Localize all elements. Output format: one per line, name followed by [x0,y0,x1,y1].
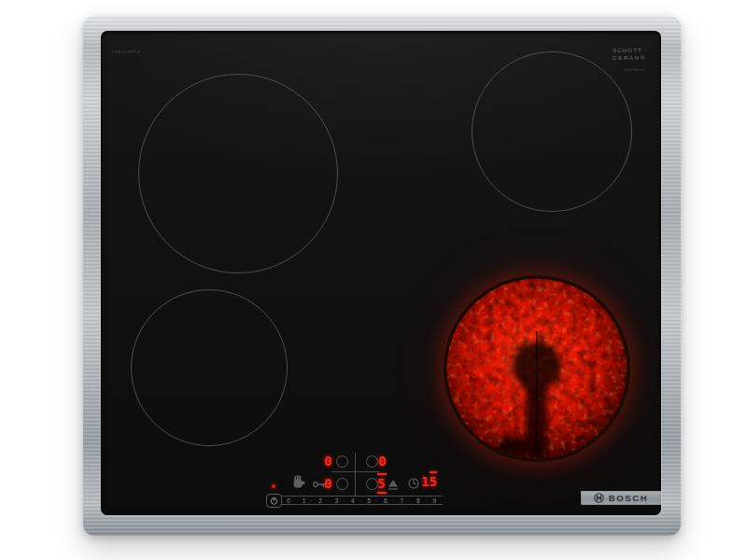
cooking-zone-front-right-active [444,275,630,462]
cooking-zone-rear-left [138,74,338,273]
highspeed-line: HighSpeed [613,68,644,72]
timer-active-bar [430,471,437,473]
cooking-zone-rear-right [472,51,632,212]
power-button[interactable] [266,494,282,508]
model-number-print: PKE645FP1E [112,49,141,54]
display-rear-left: 0 [324,455,331,468]
power-level-key-9[interactable]: 9 [426,497,442,504]
power-level-key-0[interactable]: 0 [281,497,296,504]
display-rear-right: 0 [378,455,386,468]
active-zone-bar-bottom [377,492,387,494]
zone-select-rear-left[interactable] [336,455,348,468]
radiant-heater-glow [444,275,630,462]
stainless-steel-frame: PKE645FP1E SCHOTT CERAN® HighSpeed [83,16,681,536]
element-divider-line [536,331,538,460]
slider-line-bottom [281,504,443,505]
bosch-anchor-icon [594,493,604,503]
heat-up-indicator-icon [388,480,399,490]
cooking-zone-front-left [131,289,288,446]
ceramic-glass-surface: PKE645FP1E SCHOTT CERAN® HighSpeed [101,31,661,515]
residual-heat-indicator [272,484,275,488]
schott-line: SCHOTT [613,48,644,55]
bosch-logo-plate: BOSCH [581,491,661,505]
active-zone-bar-top [377,473,387,475]
display-cross-vertical [355,453,356,496]
power-level-slider[interactable]: 0123456789 [281,497,443,504]
schott-ceran-print: SCHOTT CERAN® HighSpeed [613,48,644,72]
display-front-right: 5 [377,478,385,490]
timer-clock-icon[interactable] [408,478,419,489]
power-icon [270,497,278,505]
bosch-wordmark: BOSCH [609,493,648,503]
display-cross-horizontal [331,471,379,472]
display-front-left: 0 [324,478,331,490]
ceran-line: CERAN® [613,55,644,63]
zone-select-front-left[interactable] [336,478,348,490]
product-photo-stage: PKE645FP1E SCHOTT CERAN® HighSpeed [0,0,747,560]
zone-select-rear-right[interactable] [366,455,378,468]
timer-display: 15 [421,476,437,488]
child-lock-hand-icon[interactable] [292,475,305,489]
